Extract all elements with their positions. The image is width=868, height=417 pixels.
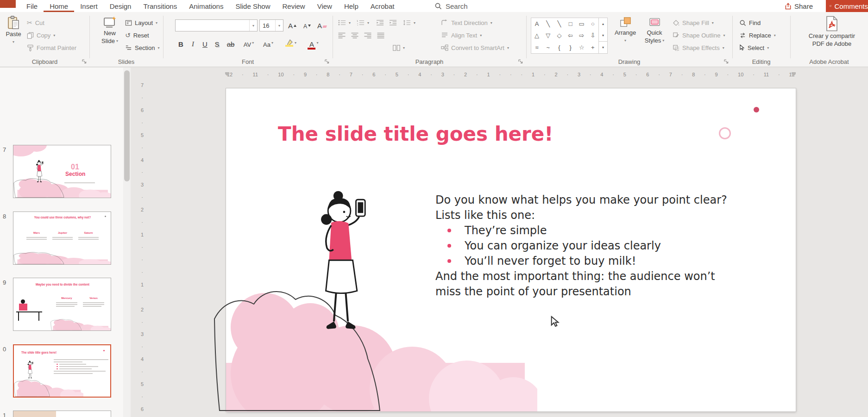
shape-icon[interactable]: △ bbox=[531, 30, 542, 41]
tab-slide-show[interactable]: Slide Show bbox=[229, 0, 276, 12]
tab-insert[interactable]: Insert bbox=[74, 0, 104, 12]
convert-smartart-button[interactable]: Convert to SmartArt ▾ bbox=[441, 42, 509, 53]
decor-dot[interactable] bbox=[754, 107, 759, 112]
columns-button[interactable]: ▾ bbox=[393, 42, 405, 53]
align-right-button[interactable] bbox=[364, 30, 371, 41]
arrange-button[interactable]: Arrange ▾ bbox=[612, 17, 638, 44]
thumbnail-scrollbar[interactable] bbox=[123, 68, 131, 417]
share-button[interactable]: Share bbox=[785, 0, 813, 12]
tab-help[interactable]: Help bbox=[338, 0, 365, 12]
text-direction-button[interactable]: Text Direction ▾ bbox=[441, 17, 492, 28]
format-painter-button[interactable]: Format Painter bbox=[27, 42, 76, 53]
cut-button[interactable]: ✂ Cut bbox=[27, 17, 44, 28]
comments-button[interactable]: Comments bbox=[826, 0, 868, 12]
align-center-button[interactable] bbox=[351, 30, 359, 41]
decrease-indent-button[interactable] bbox=[376, 17, 384, 28]
thumb-title: Section bbox=[65, 172, 85, 176]
numbering-button[interactable]: ▾ bbox=[357, 17, 369, 28]
slide-canvas[interactable]: The slide title goes here! Do you know w… bbox=[226, 88, 796, 411]
decor-ring[interactable] bbox=[719, 127, 731, 139]
gallery-down-button[interactable]: ▾ bbox=[599, 30, 607, 41]
paste-button[interactable]: Paste ▾ bbox=[3, 16, 24, 45]
bold-button[interactable]: B bbox=[175, 37, 187, 50]
gallery-more-button[interactable]: ▾ bbox=[599, 41, 607, 53]
bullets-button[interactable]: ▾ bbox=[338, 17, 351, 28]
create-pdf-button[interactable]: Crear y compartir PDF de Adobe bbox=[804, 16, 860, 47]
ruler-tick: 8 bbox=[327, 72, 329, 77]
shape-icon[interactable]: ☆ bbox=[576, 42, 587, 53]
justify-button[interactable] bbox=[377, 30, 384, 41]
increase-indent-button[interactable] bbox=[389, 17, 397, 28]
tab-design[interactable]: Design bbox=[104, 0, 138, 12]
reset-button[interactable]: ↺ Reset bbox=[125, 30, 149, 41]
slide-body-text[interactable]: Do you know what helps you make your poi… bbox=[435, 192, 727, 299]
shape-effects-button[interactable]: Shape Effects ▾ bbox=[673, 42, 724, 53]
select-button[interactable]: Select ▾ bbox=[739, 42, 769, 53]
quick-styles-button[interactable]: Quick Styles▾ bbox=[641, 17, 668, 44]
italic-button[interactable]: I bbox=[187, 37, 199, 50]
slide-thumbnail-10-selected[interactable]: The slide title goes here! bbox=[13, 344, 111, 398]
decrease-font-size-button[interactable]: A bbox=[301, 19, 313, 31]
replace-button[interactable]: Replace ▾ bbox=[739, 30, 776, 41]
shape-fill-button[interactable]: Shape Fill ▾ bbox=[673, 17, 714, 28]
align-text-button[interactable]: Align Text ▾ bbox=[441, 30, 482, 41]
shape-icon[interactable]: { bbox=[554, 42, 565, 53]
scrollbar-thumb[interactable] bbox=[124, 70, 130, 181]
slide-thumbnail-8[interactable]: You could use three columns, why not? Ma… bbox=[13, 212, 111, 265]
search-box[interactable]: Search bbox=[434, 0, 468, 12]
shape-icon[interactable]: ▭ bbox=[576, 18, 587, 30]
change-case-button[interactable]: Aa▾ bbox=[259, 37, 277, 50]
slide-thumbnail-9[interactable]: Maybe you need to divide the content Mer… bbox=[13, 278, 111, 331]
shape-icon[interactable]: ⇦ bbox=[565, 30, 576, 41]
align-left-button[interactable] bbox=[338, 30, 346, 41]
shape-outline-label: Shape Outline bbox=[682, 32, 720, 39]
clear-formatting-button[interactable]: A bbox=[316, 19, 328, 31]
shape-icon[interactable]: ⇨ bbox=[576, 30, 587, 41]
line-spacing-button[interactable]: ▾ bbox=[403, 17, 415, 28]
scissors-icon: ✂ bbox=[27, 19, 32, 26]
font-name-combo[interactable]: ▾ bbox=[175, 19, 258, 31]
shape-outline-button[interactable]: Shape Outline ▾ bbox=[673, 30, 725, 41]
shape-icon[interactable]: } bbox=[565, 42, 576, 53]
copy-button[interactable]: Copy ▾ bbox=[27, 30, 55, 41]
line-spacing-icon bbox=[403, 19, 411, 26]
chevron-down-icon[interactable]: ▾ bbox=[249, 20, 257, 31]
tab-acrobat[interactable]: Acrobat bbox=[365, 0, 401, 12]
tab-transitions[interactable]: Transitions bbox=[137, 0, 183, 12]
shape-icon[interactable]: A bbox=[531, 18, 542, 30]
slide-thumbnail-11[interactable]: A picture always reinforces the concept bbox=[13, 411, 111, 417]
character-spacing-button[interactable]: AV▾ bbox=[240, 37, 258, 50]
shape-icon[interactable]: ▽ bbox=[542, 30, 554, 41]
font-color-button[interactable]: A ▾ bbox=[303, 37, 323, 50]
tab-animations[interactable]: Animations bbox=[183, 0, 229, 12]
layout-button[interactable]: Layout ▾ bbox=[125, 17, 157, 28]
tab-file[interactable]: File bbox=[20, 0, 44, 12]
shape-icon[interactable]: ╲ bbox=[554, 18, 565, 30]
shape-icon[interactable]: □ bbox=[565, 18, 576, 30]
shape-icon[interactable]: ○ bbox=[587, 18, 598, 30]
increase-font-size-button[interactable]: A bbox=[286, 19, 298, 31]
find-button[interactable]: Find bbox=[739, 17, 761, 28]
slide-title[interactable]: The slide title goes here! bbox=[278, 123, 553, 145]
shape-icon[interactable]: ≈ bbox=[531, 42, 542, 53]
shape-icon[interactable]: ⇩ bbox=[587, 30, 598, 41]
shape-icon[interactable]: ◇ bbox=[554, 30, 565, 41]
new-slide-button[interactable]: New Slide▾ bbox=[97, 16, 122, 44]
shape-icon[interactable]: + bbox=[587, 42, 598, 53]
font-size-combo[interactable]: 16 ▾ bbox=[259, 19, 283, 31]
shape-icon[interactable]: ╲ bbox=[542, 18, 554, 30]
shape-icon[interactable]: ~ bbox=[542, 42, 554, 53]
text-highlight-button[interactable]: ▾ bbox=[281, 37, 301, 50]
gallery-up-button[interactable]: ▴ bbox=[599, 18, 607, 30]
slide-thumbnail-7[interactable]: 01 Section bbox=[13, 145, 111, 198]
strikethrough-button[interactable]: ab bbox=[223, 37, 238, 50]
tab-home[interactable]: Home bbox=[44, 0, 74, 12]
section-button[interactable]: Section ▾ bbox=[125, 42, 159, 53]
chevron-down-icon[interactable]: ▾ bbox=[275, 20, 283, 31]
underline-button[interactable]: U bbox=[199, 37, 211, 50]
tab-view[interactable]: View bbox=[311, 0, 338, 12]
tab-review[interactable]: Review bbox=[276, 0, 311, 12]
woman-illustration[interactable] bbox=[301, 187, 381, 352]
text-shadow-button[interactable]: S bbox=[211, 37, 223, 50]
ribbon: Paste ▾ ✂ Cut Copy ▾ Format Painter Clip… bbox=[0, 12, 868, 67]
